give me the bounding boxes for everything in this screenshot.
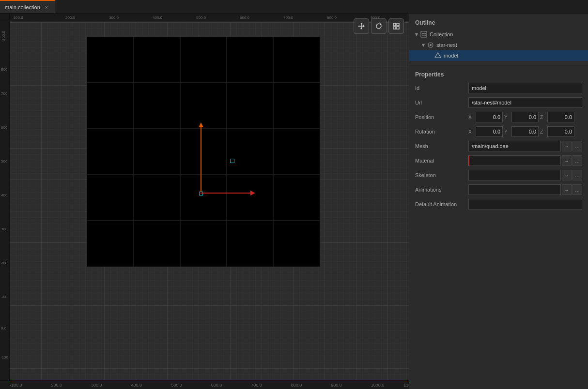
animations-browse-button[interactable]: … (573, 184, 582, 195)
ruler-vertical: 800.0 800 700 600 500 400 300 200 100 0.… (0, 22, 10, 380)
prop-input-animations[interactable] (468, 184, 561, 195)
prop-input-skeleton[interactable] (468, 170, 561, 180)
prop-input-id[interactable] (468, 83, 582, 93)
main-layout: -100.0 200.0 300.0 400.0 500.0 600.0 700… (0, 14, 588, 389)
svg-text:-100: -100 (0, 355, 9, 359)
svg-text:800.0: 800.0 (327, 15, 337, 20)
prop-input-material[interactable] (468, 155, 561, 166)
skeleton-browse-button[interactable]: … (573, 170, 582, 180)
prop-value-material: → … (468, 155, 582, 166)
svg-rect-52 (421, 31, 427, 37)
outline-item-star-nest[interactable]: ▼ star-nest (409, 40, 588, 50)
svg-marker-57 (435, 53, 441, 58)
prop-row-position: Position X Y Z (409, 110, 588, 124)
svg-text:500: 500 (1, 159, 8, 164)
prop-label-url: Url (415, 100, 468, 105)
move-tool-button[interactable] (354, 18, 369, 34)
material-browse-button[interactable]: … (573, 155, 582, 166)
svg-rect-7 (393, 23, 396, 26)
svg-text:800: 800 (1, 67, 8, 72)
ruler-tick-n100: -100.0 (10, 383, 22, 388)
main-collection-tab[interactable]: main.collection × (0, 0, 55, 13)
gizmo-scale-handle[interactable] (230, 159, 234, 163)
prop-value-animations: → … (468, 184, 582, 195)
prop-label-mesh: Mesh (415, 143, 468, 149)
outline-item-collection[interactable]: ▼ Collection (409, 29, 588, 40)
prop-input-url[interactable] (468, 97, 582, 108)
svg-text:0.0: 0.0 (1, 326, 7, 330)
tab-label: main.collection (5, 4, 40, 10)
svg-marker-5 (363, 25, 365, 27)
outline-item-model[interactable]: model (409, 50, 588, 61)
prop-row-material: Material → … (409, 153, 588, 168)
svg-text:800.0: 800.0 (1, 30, 6, 41)
ruler-tick-300: 300.0 (91, 383, 102, 388)
prop-label-material: Material (415, 158, 468, 164)
prop-row-mesh: Mesh → … (409, 139, 588, 153)
outline-arrow-collection: ▼ (413, 31, 420, 37)
svg-text:200: 200 (1, 261, 8, 265)
svg-text:400.0: 400.0 (153, 15, 163, 20)
right-panel: Outline ▼ Collection ▼ (409, 14, 588, 389)
prop-input-mesh[interactable] (468, 141, 561, 151)
svg-text:700.0: 700.0 (283, 15, 294, 20)
svg-text:500.0: 500.0 (196, 15, 206, 20)
skeleton-navigate-button[interactable]: → (562, 170, 572, 180)
viewport-toolbar (354, 18, 404, 34)
outline-label-collection: Collection (430, 31, 453, 37)
fullscreen-button[interactable] (388, 18, 404, 34)
material-navigate-button[interactable]: → (562, 155, 572, 166)
rotation-z-input[interactable] (547, 126, 574, 137)
prop-input-default-animation[interactable] (468, 199, 582, 209)
rotate-tool-button[interactable] (371, 18, 387, 34)
ruler-tick-700: 700.0 (251, 383, 262, 388)
ruler-tick-400: 400.0 (131, 383, 142, 388)
svg-point-56 (430, 44, 432, 46)
rotation-x-input[interactable] (476, 126, 503, 137)
prop-row-rotation: Rotation X Y Z (409, 124, 588, 139)
mesh-navigate-button[interactable]: → (562, 141, 572, 151)
rotation-z-label: Z (540, 129, 546, 135)
prop-label-rotation: Rotation (415, 129, 468, 135)
prop-label-default-animation: Default Animation (415, 201, 468, 207)
svg-text:700: 700 (1, 91, 8, 96)
ruler-tick-110: 110 (403, 383, 409, 388)
svg-rect-10 (397, 27, 399, 29)
prop-label-id: Id (415, 85, 468, 91)
position-z-input[interactable] (547, 112, 574, 122)
svg-text:-100.0: -100.0 (12, 15, 23, 20)
ruler-tick-900: 900.0 (331, 383, 342, 388)
position-x-input[interactable] (476, 112, 503, 122)
svg-text:300: 300 (1, 227, 8, 231)
tab-close-button[interactable]: × (43, 4, 50, 11)
prop-row-default-animation: Default Animation (409, 197, 588, 211)
svg-marker-4 (358, 25, 359, 27)
position-y-input[interactable] (511, 112, 539, 122)
outline-label-model: model (444, 53, 458, 59)
animations-navigate-button[interactable]: → (562, 184, 572, 195)
ruler-tick-200: 200.0 (51, 383, 62, 388)
svg-text:300.0: 300.0 (109, 15, 119, 20)
prop-label-animations: Animations (415, 187, 468, 193)
ruler-tick-800: 800.0 (291, 383, 302, 388)
prop-row-animations: Animations → … (409, 182, 588, 197)
prop-row-url: Url (409, 95, 588, 110)
svg-text:600: 600 (1, 125, 8, 130)
prop-xyz-rotation: X Y Z (468, 126, 582, 137)
mesh-browse-button[interactable]: … (573, 141, 582, 151)
prop-label-skeleton: Skeleton (415, 172, 468, 178)
prop-value-mesh: → … (468, 141, 582, 151)
rotation-y-input[interactable] (511, 126, 539, 137)
ruler-tick-600: 600.0 (211, 383, 222, 388)
gizmo-x-arrow (201, 193, 251, 194)
position-z-label: Z (540, 115, 546, 120)
model-icon (434, 52, 442, 60)
svg-rect-53 (422, 33, 426, 34)
rotation-x-label: X (468, 129, 474, 135)
prop-value-id (468, 83, 582, 93)
svg-rect-8 (397, 23, 399, 26)
outline-arrow-star-nest: ▼ (420, 42, 427, 48)
canvas[interactable] (10, 22, 409, 380)
prop-value-url (468, 97, 582, 108)
position-y-label: Y (504, 115, 510, 120)
